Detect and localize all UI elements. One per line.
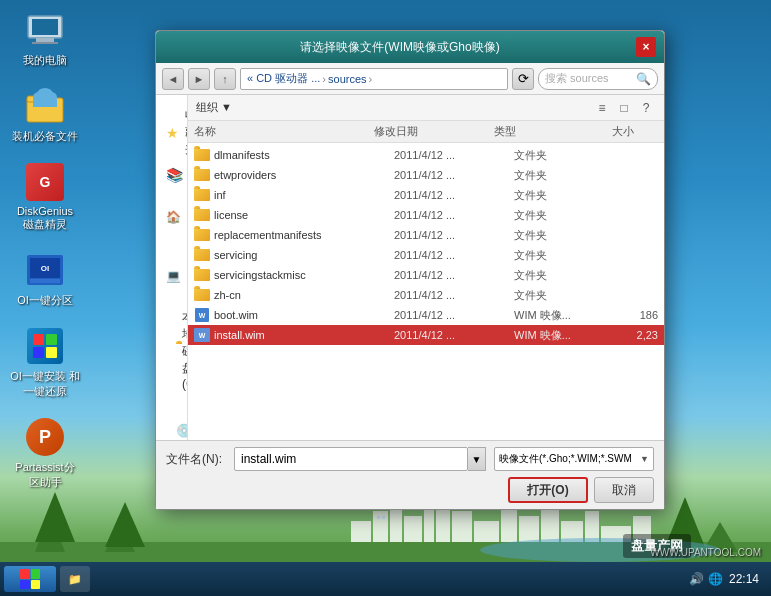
nav-item-favorites[interactable]: ★ 收藏夹	[156, 103, 187, 162]
file-date-replacementmanifests: 2011/4/12 ...	[394, 229, 510, 241]
col-header-size: 大小	[574, 124, 634, 139]
folder-icon-etwproviders	[194, 169, 210, 181]
file-type-boot-wim: WIM 映像...	[514, 308, 594, 323]
dialog-titlebar: 请选择映像文件(WIM映像或Gho映像) ×	[156, 31, 664, 63]
wim-icon-boot: W	[195, 308, 209, 322]
file-type-replacementmanifests: 文件夹	[514, 228, 594, 243]
dialog-toolbar: ◄ ► ↑ « CD 驱动器 ... › sources › ⟳ 搜索 sour…	[156, 63, 664, 95]
file-toolbar: 组织 ▼ ≡ □ ?	[188, 95, 664, 121]
open-button-label: 打开(O)	[527, 482, 568, 499]
file-date-servicingstackmisc: 2011/4/12 ...	[394, 269, 510, 281]
homegroup-icon: 🏠	[166, 210, 181, 224]
nav-back-button[interactable]: ◄	[162, 68, 184, 90]
dialog-title: 请选择映像文件(WIM映像或Gho映像)	[164, 39, 636, 56]
file-type-etwproviders: 文件夹	[514, 168, 594, 183]
file-row-etwproviders[interactable]: etwproviders 2011/4/12 ... 文件夹	[188, 165, 664, 185]
file-row-servicingstackmisc[interactable]: servicingstackmisc 2011/4/12 ... 文件夹	[188, 265, 664, 285]
file-date-servicing: 2011/4/12 ...	[394, 249, 510, 261]
file-row-install-wim[interactable]: W install.wim 2011/4/12 ... WIM 映像... 2,…	[188, 325, 664, 345]
wim-icon-install: W	[194, 328, 210, 342]
svg-text:W: W	[199, 332, 206, 339]
file-type-license: 文件夹	[514, 208, 594, 223]
filetype-arrow: ▼	[640, 454, 649, 464]
filetype-label: 映像文件(*.Gho;*.WIM;*.SWM	[499, 452, 632, 466]
file-date-zh-cn: 2011/4/12 ...	[394, 289, 510, 301]
filename-input[interactable]: install.wim	[234, 447, 468, 471]
dialog-bottom: 文件名(N): install.wim ▼ 映像文件(*.Gho;*.WIM;*…	[156, 440, 664, 509]
file-name-install-wim: install.wim	[214, 329, 390, 341]
file-open-dialog: 请选择映像文件(WIM映像或Gho映像) × ◄ ► ↑ « CD 驱动器 ..…	[155, 30, 665, 510]
organize-button[interactable]: 组织 ▼	[196, 100, 232, 115]
folder-icon-zh-cn	[194, 289, 210, 301]
filename-dropdown-button[interactable]: ▼	[468, 447, 486, 471]
file-date-install-wim: 2011/4/12 ...	[394, 329, 510, 341]
dialog-close-button[interactable]: ×	[636, 37, 656, 57]
search-bar[interactable]: 搜索 sources 🔍	[538, 68, 658, 90]
open-button[interactable]: 打开(O)	[508, 477, 588, 503]
file-list: dlmanifests 2011/4/12 ... 文件夹 etwprovide…	[188, 143, 664, 440]
nav-item-library[interactable]: 📚 库	[156, 162, 187, 187]
dvd-icon: 💿	[176, 423, 188, 438]
file-row-boot-wim[interactable]: W boot.wim 2011/4/12 ... WIM 映像... 186	[188, 305, 664, 325]
nav-item-computer[interactable]: 💻 计算机	[156, 246, 187, 305]
folder-icon-inf	[194, 189, 210, 201]
nav-up-button[interactable]: ↑	[214, 68, 236, 90]
file-type-zh-cn: 文件夹	[514, 288, 594, 303]
cancel-button[interactable]: 取消	[594, 477, 654, 503]
filename-label: 文件名(N):	[166, 451, 226, 468]
file-name-etwproviders: etwproviders	[214, 169, 390, 181]
folder-icon-dlmanifests	[194, 149, 210, 161]
file-date-license: 2011/4/12 ...	[394, 209, 510, 221]
cancel-button-label: 取消	[612, 482, 636, 499]
file-date-boot-wim: 2011/4/12 ...	[394, 309, 510, 321]
search-placeholder: 搜索 sources	[545, 71, 609, 86]
file-row-license[interactable]: license 2011/4/12 ... 文件夹	[188, 205, 664, 225]
file-type-servicingstackmisc: 文件夹	[514, 268, 594, 283]
folder-icon-servicingstackmisc	[194, 269, 210, 281]
file-name-license: license	[214, 209, 390, 221]
col-header-name: 名称	[194, 124, 374, 139]
folder-icon-replacementmanifests	[194, 229, 210, 241]
file-row-inf[interactable]: inf 2011/4/12 ... 文件夹	[188, 185, 664, 205]
col-header-type: 类型	[494, 124, 574, 139]
filename-input-group: install.wim ▼	[234, 447, 486, 471]
dialog-content: ★ 收藏夹 📚 库 🏠 家庭组 💻 计算机	[156, 95, 664, 440]
file-name-dlmanifests: dlmanifests	[214, 149, 390, 161]
left-panel: ★ 收藏夹 📚 库 🏠 家庭组 💻 计算机	[156, 95, 188, 440]
favorites-icon: ★	[166, 125, 179, 141]
search-icon: 🔍	[636, 72, 651, 86]
filename-row: 文件名(N): install.wim ▼ 映像文件(*.Gho;*.WIM;*…	[166, 447, 654, 471]
view-grid-button[interactable]: □	[614, 98, 634, 118]
address-part-cd[interactable]: « CD 驱动器 ...	[247, 71, 320, 86]
view-list-button[interactable]: ≡	[592, 98, 612, 118]
nav-item-homegroup[interactable]: 🏠 家庭组	[156, 187, 187, 246]
file-name-inf: inf	[214, 189, 390, 201]
folder-icon-servicing	[194, 249, 210, 261]
file-size-install-wim: 2,23	[598, 329, 658, 341]
file-row-dlmanifests[interactable]: dlmanifests 2011/4/12 ... 文件夹	[188, 145, 664, 165]
nav-item-local-disk-c[interactable]: 本地磁盘 (C:)	[156, 305, 187, 395]
file-row-servicing[interactable]: servicing 2011/4/12 ... 文件夹	[188, 245, 664, 265]
file-row-zh-cn[interactable]: zh-cn 2011/4/12 ... 文件夹	[188, 285, 664, 305]
file-size-boot-wim: 186	[598, 309, 658, 321]
folder-icon-license	[194, 209, 210, 221]
file-name-servicing: servicing	[214, 249, 390, 261]
address-part-sources[interactable]: sources	[328, 73, 367, 85]
file-row-replacementmanifests[interactable]: replacementmanifests 2011/4/12 ... 文件夹	[188, 225, 664, 245]
file-type-install-wim: WIM 映像...	[514, 328, 594, 343]
nav-item-dvd-d[interactable]: 💿 DVD 驱动器 (D:)	[156, 395, 187, 440]
file-date-inf: 2011/4/12 ...	[394, 189, 510, 201]
dialog-overlay: 请选择映像文件(WIM映像或Gho映像) × ◄ ► ↑ « CD 驱动器 ..…	[0, 0, 771, 596]
nav-forward-button[interactable]: ►	[188, 68, 210, 90]
file-name-boot-wim: boot.wim	[214, 309, 390, 321]
view-help-button[interactable]: ?	[636, 98, 656, 118]
refresh-button[interactable]: ⟳	[512, 68, 534, 90]
filename-value: install.wim	[241, 452, 296, 466]
view-icons-group: ≡ □ ?	[592, 98, 656, 118]
computer-icon-small: 💻	[166, 269, 181, 283]
button-row: 打开(O) 取消	[166, 477, 654, 503]
right-panel: 组织 ▼ ≡ □ ? 名称 修改日期 类型 大小	[188, 95, 664, 440]
file-type-servicing: 文件夹	[514, 248, 594, 263]
filetype-select[interactable]: 映像文件(*.Gho;*.WIM;*.SWM ▼	[494, 447, 654, 471]
library-icon: 📚	[166, 167, 183, 183]
